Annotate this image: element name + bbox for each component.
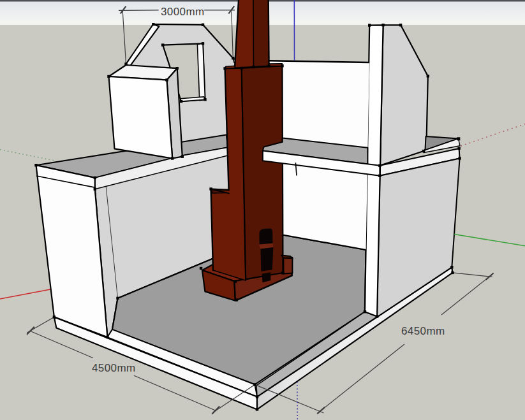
svg-text:6450mm: 6450mm [401,325,445,337]
svg-text:4500mm: 4500mm [92,362,136,374]
svg-text:3000mm: 3000mm [161,6,205,18]
